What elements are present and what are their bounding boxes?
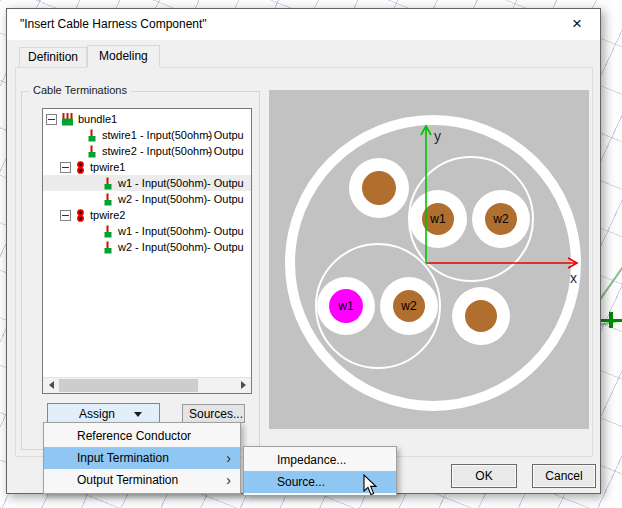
terminations-tree[interactable]: bundle1stwire1 - Input(50ohm)- Outpustwi…: [42, 108, 252, 394]
horizontal-scrollbar[interactable]: [43, 377, 251, 393]
wire-icon: [102, 225, 114, 238]
cable-terminations-group: Cable Terminations bundle1stwire1 - Inpu…: [21, 91, 260, 450]
cable-cross-section-diagram: w1w2w1w2xy: [269, 90, 589, 429]
tree-item-stwire1[interactable]: stwire1 - Input(50ohm)- Outpu: [43, 127, 251, 143]
submenu-arrow-icon: ›: [226, 450, 231, 466]
y-axis-label: y: [434, 128, 441, 144]
cross-section-view[interactable]: w1w2w1w2xy: [269, 90, 589, 429]
twisted-pair-icon: [75, 161, 86, 174]
title-bar[interactable]: "Insert Cable Harness Component" ×: [7, 9, 600, 40]
assign-dropdown-button[interactable]: Assign: [47, 403, 160, 424]
menu-item-output-termination[interactable]: Output Termination›: [44, 469, 240, 491]
tree-item-output-label: - Outpu: [207, 191, 244, 207]
wire-w2[interactable]: w2: [380, 277, 438, 335]
wire-label: w2: [492, 212, 509, 226]
tree-item-label: w2 - Input(50ohm): [118, 193, 207, 205]
wire-single[interactable]: [349, 158, 409, 218]
tree-item-output-label: - Outpu: [207, 239, 244, 255]
wire-w1[interactable]: w1: [409, 190, 467, 248]
wire-icon: [102, 177, 114, 190]
scroll-right-button[interactable]: [236, 378, 251, 392]
mouse-cursor: [363, 474, 380, 501]
group-title: Cable Terminations: [29, 84, 131, 96]
tree-item-label: w1 - Input(50ohm): [118, 225, 207, 237]
collapse-toggle-icon[interactable]: [46, 114, 57, 125]
wire-icon: [102, 241, 114, 254]
wire-label: w1: [337, 299, 354, 313]
submenu-arrow-icon: ›: [226, 472, 231, 488]
menu-item-label: Reference Conductor: [77, 429, 191, 443]
tree-item-bundle1[interactable]: bundle1: [43, 111, 251, 127]
tree-item-label: tpwire2: [90, 209, 125, 221]
tree-item-w2[interactable]: w2 - Input(50ohm)- Outpu: [43, 239, 251, 255]
tab-definition[interactable]: Definition: [19, 47, 87, 67]
background-green-axis-tick: [609, 312, 613, 328]
left-arrow-icon: [45, 381, 54, 389]
tree-item-w2[interactable]: w2 - Input(50ohm)- Outpu: [43, 191, 251, 207]
tree-item-label: bundle1: [78, 113, 117, 125]
wire-single[interactable]: [452, 287, 510, 345]
menu-item-label: Input Termination: [77, 451, 169, 465]
tree-item-output-label: - Outpu: [207, 175, 244, 191]
collapse-toggle-icon[interactable]: [60, 162, 71, 173]
menu-item-label: Output Termination: [77, 473, 178, 487]
tree-item-w1[interactable]: w1 - Input(50ohm)- Outpu: [43, 223, 251, 239]
tree-item-output-label: - Outpu: [207, 223, 244, 239]
tree-item-tpwire1[interactable]: tpwire1: [43, 159, 251, 175]
sources-button[interactable]: Sources...: [182, 404, 245, 423]
tree-item-label: w1 - Input(50ohm): [118, 177, 207, 189]
tree-item-label: w2 - Input(50ohm): [118, 241, 207, 253]
wire-icon: [102, 193, 114, 206]
wire-icon: [86, 129, 98, 142]
wire-icon: [86, 145, 98, 158]
collapse-toggle-icon[interactable]: [60, 210, 71, 221]
x-axis-label: x: [570, 270, 577, 286]
close-icon[interactable]: ×: [564, 12, 590, 36]
tree-item-stwire2[interactable]: stwire2 - Input(50ohm)- Outpu: [43, 143, 251, 159]
submenu-item-impedance[interactable]: Impedance...: [244, 449, 396, 471]
tree-item-output-label: - Outpu: [207, 143, 244, 159]
assign-menu: Reference ConductorInput Termination›Out…: [43, 422, 241, 494]
tree-item-label: stwire2 - Input(50ohm): [102, 145, 212, 157]
wire-w2[interactable]: w2: [472, 190, 530, 248]
tree-item-w1[interactable]: w1 - Input(50ohm)- Outpu: [43, 175, 251, 191]
bundle-icon: [61, 113, 74, 126]
twisted-pair-icon: [75, 209, 86, 222]
scrollbar-thumb[interactable]: [59, 379, 198, 392]
tree-item-label: tpwire1: [90, 161, 125, 173]
tree-item-tpwire2[interactable]: tpwire2: [43, 207, 251, 223]
wire-label: w1: [429, 212, 446, 226]
menu-item-label: Impedance...: [277, 453, 346, 467]
wire-w1[interactable]: w1: [317, 277, 375, 335]
right-arrow-icon: [241, 381, 250, 389]
dropdown-arrow-icon: [134, 412, 142, 421]
tree-item-label: stwire1 - Input(50ohm): [102, 129, 212, 141]
scroll-left-button[interactable]: [43, 378, 58, 392]
tree-item-output-label: - Outpu: [207, 127, 244, 143]
tab-modeling[interactable]: Modeling: [87, 45, 160, 67]
menu-item-input-termination[interactable]: Input Termination›: [44, 447, 240, 469]
wire-label: w2: [400, 299, 417, 313]
tab-strip: DefinitionModeling: [19, 45, 160, 67]
menu-item-reference-conductor[interactable]: Reference Conductor: [44, 425, 240, 447]
assign-button-label: Assign: [60, 407, 134, 421]
dialog-title: "Insert Cable Harness Component": [20, 17, 207, 31]
ok-button[interactable]: OK: [451, 464, 517, 488]
menu-item-label: Source...: [277, 475, 325, 489]
cancel-button[interactable]: Cancel: [532, 464, 596, 488]
